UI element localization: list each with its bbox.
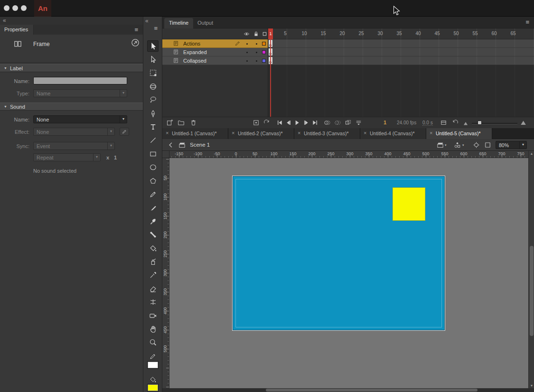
- sound-name-dropdown[interactable]: None ▾: [33, 115, 127, 123]
- onion-skin-outlines-button[interactable]: [334, 119, 341, 126]
- layer-visibility-dot[interactable]: [246, 52, 248, 53]
- timeline-frames-empty-area[interactable]: [268, 65, 534, 117]
- window-close-button[interactable]: [4, 5, 9, 11]
- close-tab-icon[interactable]: ×: [364, 130, 366, 136]
- tool-camera[interactable]: [147, 310, 159, 321]
- layer-outline-color-chip[interactable]: [262, 42, 266, 46]
- tool-rectangle[interactable]: [147, 148, 159, 159]
- horizontal-scrollbar-thumb[interactable]: [266, 389, 478, 392]
- tool-lasso[interactable]: [147, 94, 159, 106]
- tool-bone[interactable]: [147, 229, 159, 241]
- label-name-input[interactable]: [33, 77, 127, 84]
- vertical-scrollbar[interactable]: ▲ ▼: [528, 151, 534, 388]
- lock-all-layers-icon[interactable]: [253, 31, 259, 37]
- elapsed-time-field[interactable]: 0.0 s: [422, 120, 433, 126]
- tool-ink-bottle[interactable]: [147, 256, 159, 267]
- document-tab-2[interactable]: ×Untitled-2 (Canvas)*: [228, 128, 294, 139]
- tool-subselection[interactable]: [147, 54, 159, 65]
- loop-button[interactable]: [263, 119, 270, 126]
- close-tab-icon[interactable]: ×: [298, 130, 300, 136]
- clip-content-button[interactable]: [484, 141, 491, 149]
- properties-menu-icon[interactable]: ≡: [134, 26, 138, 33]
- scroll-up-icon[interactable]: ▲: [529, 152, 534, 155]
- close-tab-icon[interactable]: ×: [166, 130, 169, 136]
- tool-free-transform[interactable]: [147, 67, 159, 79]
- close-tab-icon[interactable]: ×: [430, 130, 432, 136]
- tab-output[interactable]: Output: [193, 18, 218, 28]
- tool-classic-brush[interactable]: [147, 215, 159, 227]
- go-to-first-frame-button[interactable]: [276, 119, 283, 126]
- label-type-dropdown[interactable]: Name ▾: [33, 89, 127, 97]
- window-minimize-button[interactable]: [12, 5, 18, 11]
- tool-eraser[interactable]: [147, 283, 159, 294]
- play-button[interactable]: [293, 119, 300, 126]
- tool-text[interactable]: [147, 121, 159, 132]
- timeline-zoom-slider-thumb[interactable]: [478, 121, 482, 125]
- collapse-tools-icon[interactable]: «: [145, 18, 149, 24]
- new-layer-button[interactable]: [166, 119, 173, 126]
- show-hide-all-layers-icon[interactable]: [244, 31, 250, 37]
- window-zoom-button[interactable]: [21, 5, 27, 11]
- layer-lock-dot[interactable]: [256, 60, 257, 62]
- tool-line[interactable]: [147, 135, 159, 146]
- tool-oval[interactable]: [147, 162, 159, 173]
- tool-eyedropper[interactable]: [147, 270, 159, 281]
- delete-layer-button[interactable]: [190, 119, 197, 126]
- sound-repeat-dropdown[interactable]: Repeat ▾: [33, 153, 101, 161]
- frame-rate-field[interactable]: 24.00 fps: [397, 120, 416, 125]
- layer-frames-row[interactable]: [268, 48, 534, 56]
- document-tab-1[interactable]: ×Untitled-1 (Canvas)*: [162, 128, 228, 139]
- timeline-frame-ruler[interactable]: 15101520253035404550556065: [268, 28, 534, 39]
- timeline-menu-icon[interactable]: ≡: [525, 19, 529, 26]
- layer-frames-row[interactable]: [268, 39, 534, 48]
- stage[interactable]: [233, 176, 445, 330]
- step-forward-button[interactable]: [303, 119, 310, 126]
- tool-3d-rotation[interactable]: [147, 81, 159, 92]
- current-frame-field[interactable]: 1: [379, 120, 391, 125]
- tool-polystar[interactable]: [147, 175, 159, 187]
- new-folder-button[interactable]: [178, 119, 185, 126]
- sound-section-header[interactable]: ▼ Sound: [0, 103, 143, 111]
- tool-width[interactable]: [147, 297, 159, 308]
- zoom-level-dropdown[interactable]: 80% ▾: [496, 141, 527, 149]
- stroke-color-swatch[interactable]: [147, 361, 159, 369]
- tool-zoom[interactable]: [147, 337, 159, 348]
- horizontal-scrollbar[interactable]: [162, 388, 528, 392]
- onion-skin-button[interactable]: [324, 119, 331, 126]
- edit-scene-dropdown-icon[interactable]: ▾: [445, 143, 447, 147]
- document-tab-4[interactable]: ×Untitled-4 (Canvas)*: [360, 128, 426, 139]
- layer-outline-color-chip[interactable]: [262, 50, 266, 54]
- edit-symbols-button[interactable]: [454, 141, 461, 149]
- tab-timeline[interactable]: Timeline: [164, 18, 193, 28]
- back-button[interactable]: [167, 141, 174, 149]
- center-frame-button[interactable]: [253, 119, 260, 126]
- frame-view-button[interactable]: [440, 119, 447, 126]
- step-back-button[interactable]: [285, 119, 292, 126]
- yellow-rectangle[interactable]: [393, 187, 425, 221]
- layer-lock-dot[interactable]: [256, 43, 257, 45]
- layer-visibility-dot[interactable]: [246, 43, 248, 45]
- zoom-in-timeline-icon[interactable]: [520, 120, 526, 126]
- tool-pencil[interactable]: [147, 188, 159, 200]
- edit-scene-button[interactable]: [437, 141, 444, 149]
- tool-paint-bucket[interactable]: [147, 243, 159, 254]
- sound-sync-dropdown[interactable]: Event ▾: [33, 142, 115, 150]
- document-tab-5[interactable]: ×Untitled-5 (Canvas)*: [426, 128, 492, 139]
- close-tab-icon[interactable]: ×: [232, 130, 234, 136]
- layer-row-expanded[interactable]: Expanded: [162, 48, 268, 56]
- label-section-header[interactable]: ▼ Label: [0, 64, 143, 72]
- fill-color-swatch[interactable]: [147, 384, 159, 392]
- edit-multiple-frames-button[interactable]: [345, 119, 352, 126]
- center-stage-button[interactable]: [473, 141, 480, 149]
- tab-properties[interactable]: Properties: [0, 25, 34, 35]
- layer-row-actions[interactable]: Actions: [162, 39, 268, 48]
- tool-selection[interactable]: [147, 40, 159, 52]
- vertical-scrollbar-thumb[interactable]: [530, 246, 534, 336]
- tool-hand[interactable]: [147, 323, 159, 335]
- tool-pen[interactable]: [147, 108, 159, 119]
- collapse-panel-icon[interactable]: «: [0, 17, 6, 25]
- layer-lock-dot[interactable]: [256, 52, 257, 53]
- modify-markers-button[interactable]: [355, 119, 362, 126]
- pasteboard[interactable]: [169, 158, 528, 388]
- document-tab-3[interactable]: ×Untitled-3 (Canvas)*: [294, 128, 360, 139]
